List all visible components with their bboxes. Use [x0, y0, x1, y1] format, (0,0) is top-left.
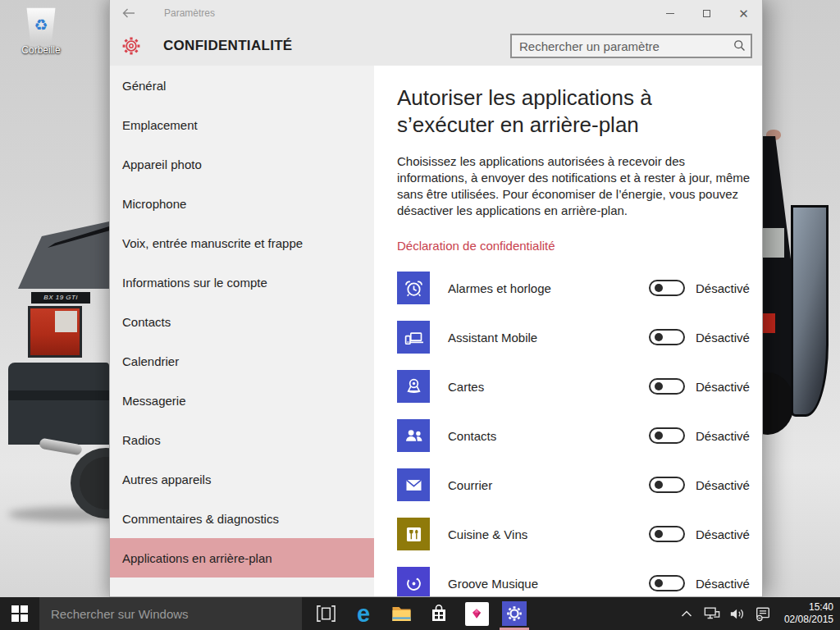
background-app-toggle[interactable]: [649, 575, 685, 591]
car-bumper-groove: [8, 390, 109, 400]
file-explorer-icon: [390, 604, 413, 623]
minimize-icon: [666, 13, 674, 14]
toggle-knob: [655, 284, 663, 292]
sidebar-item[interactable]: Voix, entrée manuscrite et frappe: [110, 223, 374, 262]
taskbar-search-input[interactable]: [39, 597, 302, 630]
system-tray: 15:40 02/08/2015: [678, 597, 840, 630]
app-name: Contacts: [448, 429, 649, 443]
network-icon: [704, 606, 720, 621]
action-center-icon: [755, 606, 771, 622]
sidebar-item[interactable]: Contacts: [110, 302, 374, 341]
app-name: Cuisine & Vins: [448, 527, 649, 541]
settings-app-button[interactable]: [495, 597, 533, 630]
background-app-toggle[interactable]: [649, 477, 685, 493]
recycle-bin-label: Corbeille: [13, 44, 69, 56]
sidebar-item[interactable]: Microphone: [110, 184, 374, 223]
food-icon: [397, 518, 430, 550]
toggle-state-label: Désactivé: [696, 331, 751, 345]
edge-button[interactable]: e: [345, 597, 382, 630]
toggle-knob: [655, 579, 663, 587]
alarm-clock-icon: [397, 272, 430, 304]
taskbar: e: [0, 597, 840, 630]
app-row: CartesDésactivé: [397, 362, 751, 411]
action-center-button[interactable]: [754, 597, 772, 630]
sidebar-item[interactable]: Général: [110, 66, 374, 105]
phone-laptop-icon: [397, 321, 430, 354]
mail-icon: [397, 468, 430, 501]
app-name: Assistant Mobile: [448, 331, 649, 345]
app-row: Groove MusiqueDésactivé: [397, 559, 751, 597]
toggle-state-label: Désactivé: [696, 577, 751, 591]
recycle-bin[interactable]: ♻ Corbeille: [13, 7, 69, 56]
titlebar: Paramètres ✕: [110, 0, 762, 26]
window-body: GénéralEmplacementAppareil photoMicropho…: [110, 66, 762, 597]
toggle-state-label: Désactivé: [696, 478, 751, 492]
hidden-icons-button[interactable]: [678, 597, 696, 630]
car-bumper: [8, 363, 109, 445]
store-icon: [429, 603, 449, 624]
background-app-toggle[interactable]: [649, 280, 685, 296]
background-app-toggle[interactable]: [649, 378, 685, 395]
app-name: Cartes: [448, 380, 649, 394]
toggle-knob: [655, 382, 663, 390]
minimize-button[interactable]: [651, 0, 688, 26]
app-row: Alarmes et horlogeDésactivé: [397, 263, 751, 313]
photo-app-button[interactable]: [458, 597, 495, 630]
close-button[interactable]: ✕: [725, 0, 762, 26]
map-pin-icon: [397, 370, 430, 403]
sidebar-item[interactable]: Messagerie: [110, 381, 374, 420]
store-button[interactable]: [420, 597, 458, 630]
sidebar-item[interactable]: Radios: [110, 420, 374, 459]
background-app-toggle[interactable]: [649, 526, 685, 542]
sidebar-item[interactable]: Autres appareils: [110, 459, 374, 499]
sidebar-item[interactable]: Informations sur le compte: [110, 262, 374, 302]
taskbar-search: [39, 597, 302, 630]
recycle-symbol-icon: ♻: [34, 17, 48, 33]
car-door-light: [763, 313, 775, 333]
sidebar-item[interactable]: Applications en arrière-plan: [110, 538, 374, 578]
recycle-bin-icon[interactable]: ♻: [25, 7, 57, 43]
maximize-button[interactable]: [688, 0, 725, 26]
privacy-gear-icon: [121, 35, 142, 57]
settings-search-input[interactable]: [510, 34, 752, 58]
file-explorer-button[interactable]: [382, 597, 420, 630]
network-button[interactable]: [703, 597, 721, 630]
sidebar-item[interactable]: Appareil photo: [110, 144, 374, 184]
car-badge: BX 19 GTi: [31, 292, 90, 304]
back-arrow-icon: [122, 8, 135, 18]
toggle-knob: [655, 431, 663, 440]
task-view-icon: [316, 605, 336, 623]
content-inner: Autoriser les applications à s’exécuter …: [397, 84, 751, 597]
app-row: ContactsDésactivé: [397, 411, 751, 460]
close-icon: ✕: [738, 7, 749, 20]
start-button[interactable]: [0, 597, 39, 630]
sidebar-item[interactable]: Emplacement: [110, 105, 374, 144]
car-tail-light: [28, 306, 82, 358]
window-title: Paramètres: [164, 7, 651, 19]
clock[interactable]: 15:40 02/08/2015: [779, 601, 833, 626]
settings-window: Paramètres ✕ CONFIDENTIALITÉ: [109, 0, 763, 597]
main-content: Autoriser les applications à s’exécuter …: [374, 66, 762, 597]
maximize-icon: [703, 10, 710, 17]
privacy-statement-link[interactable]: Déclaration de confidentialité: [397, 239, 555, 253]
toggle-knob: [655, 530, 663, 538]
groove-icon: [397, 567, 430, 597]
background-app-toggle[interactable]: [649, 427, 685, 444]
search-icon[interactable]: [733, 39, 746, 52]
edge-icon: e: [357, 597, 370, 630]
volume-button[interactable]: [728, 597, 746, 630]
toggle-state-label: Désactivé: [696, 527, 751, 541]
back-button[interactable]: [110, 0, 148, 26]
background-app-toggle[interactable]: [649, 329, 685, 345]
app-name: Groove Musique: [448, 577, 649, 591]
sidebar-item[interactable]: Commentaires & diagnostics: [110, 499, 374, 538]
toggle-state-label: Désactivé: [696, 429, 751, 443]
page-title: Autoriser les applications à s’exécuter …: [397, 84, 751, 139]
chevron-up-icon: [681, 609, 692, 618]
app-list: Alarmes et horlogeDésactivéAssistant Mob…: [397, 263, 751, 597]
pink-gem-app-icon: [465, 602, 489, 626]
sidebar-item[interactable]: Calendrier: [110, 341, 374, 381]
task-view-button[interactable]: [307, 597, 345, 630]
page-section-title: CONFIDENTIALITÉ: [163, 38, 293, 54]
clock-date: 02/08/2015: [783, 614, 833, 626]
